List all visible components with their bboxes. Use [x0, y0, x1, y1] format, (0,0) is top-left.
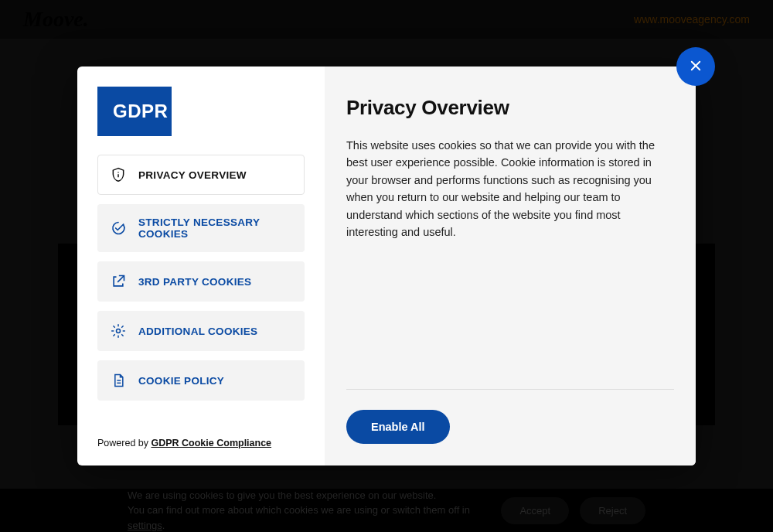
enable-all-button[interactable]: Enable All	[346, 410, 450, 444]
tab-label: COOKIE POLICY	[138, 375, 224, 387]
modal-overlay: GDPR PRIVACY OVERVIEW STRICTLY NECESSARY…	[0, 0, 773, 532]
gear-icon	[111, 323, 126, 339]
tab-label: 3RD PARTY COOKIES	[138, 276, 251, 288]
svg-point-5	[117, 329, 121, 333]
svg-point-2	[117, 172, 119, 173]
content-body: This website uses cookies so that we can…	[346, 137, 674, 241]
close-button[interactable]	[676, 47, 715, 86]
tab-label: STRICTLY NECESSARY COOKIES	[138, 217, 291, 240]
external-link-icon	[111, 274, 126, 289]
content-title: Privacy Overview	[346, 96, 674, 120]
document-icon	[111, 373, 126, 388]
tabs-list: PRIVACY OVERVIEW STRICTLY NECESSARY COOK…	[97, 155, 305, 401]
powered-by: Powered by GDPR Cookie Compliance	[97, 438, 305, 448]
tab-privacy-overview[interactable]: PRIVACY OVERVIEW	[97, 155, 305, 195]
gdpr-modal: GDPR PRIVACY OVERVIEW STRICTLY NECESSARY…	[77, 66, 696, 466]
powered-prefix: Powered by	[97, 438, 151, 448]
svg-line-4	[117, 276, 124, 282]
divider	[346, 389, 674, 390]
modal-content: Privacy Overview This website uses cooki…	[325, 66, 696, 466]
gdpr-badge: GDPR	[97, 87, 172, 136]
tab-third-party[interactable]: 3RD PARTY COOKIES	[97, 261, 305, 302]
tab-additional[interactable]: ADDITIONAL COOKIES	[97, 311, 305, 351]
powered-link[interactable]: GDPR Cookie Compliance	[151, 438, 271, 448]
shield-info-icon	[111, 167, 126, 182]
tab-label: PRIVACY OVERVIEW	[138, 169, 247, 181]
tab-label: ADDITIONAL COOKIES	[138, 326, 257, 337]
tab-strictly-necessary[interactable]: STRICTLY NECESSARY COOKIES	[97, 204, 305, 252]
close-icon	[689, 59, 703, 75]
modal-sidebar: GDPR PRIVACY OVERVIEW STRICTLY NECESSARY…	[77, 66, 325, 466]
check-circle-icon	[111, 220, 126, 236]
tab-cookie-policy[interactable]: COOKIE POLICY	[97, 360, 305, 401]
